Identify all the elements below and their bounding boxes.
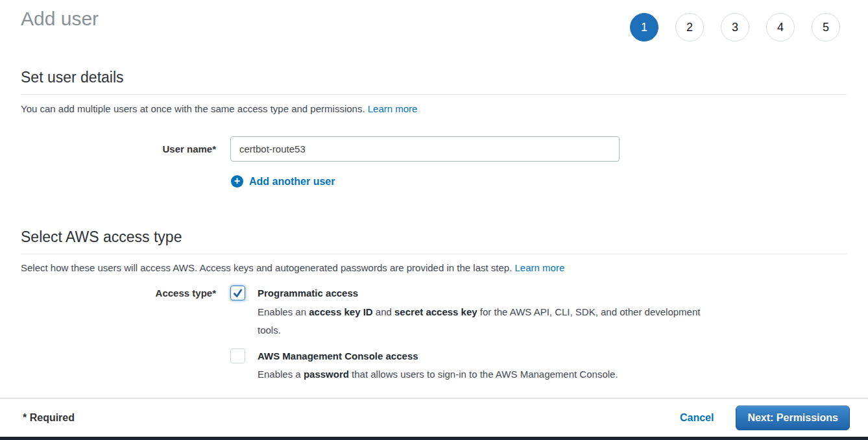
- add-another-user-label: Add another user: [249, 176, 335, 188]
- programmatic-access-title: Programmatic access: [258, 287, 358, 299]
- next-permissions-button[interactable]: Next: Permissions: [736, 406, 850, 430]
- add-user-wizard-page: Add user 1 2 3 4 5 Set user details You …: [0, 0, 868, 440]
- step-2-badge: 2: [675, 13, 704, 42]
- console-access-description: Enables a password that allows users to …: [258, 365, 712, 384]
- divider: [21, 94, 847, 95]
- console-access-title: AWS Management Console access: [258, 350, 418, 361]
- required-note: * Required: [23, 412, 75, 424]
- step-indicator: 1 2 3 4 5: [630, 13, 840, 42]
- bottom-edge-bar: [0, 437, 868, 440]
- add-another-user-button[interactable]: + Add another user: [231, 175, 335, 188]
- learn-more-link-access-type[interactable]: Learn more: [515, 262, 565, 273]
- programmatic-access-checkbox[interactable]: [230, 286, 245, 300]
- cancel-button[interactable]: Cancel: [680, 412, 714, 424]
- access-type-description: Select how these users will access AWS. …: [21, 262, 564, 273]
- step-1-badge: 1: [630, 13, 658, 42]
- plus-circle-icon: +: [231, 175, 243, 188]
- access-type-description-text: Select how these users will access AWS. …: [21, 262, 515, 273]
- wizard-footer: * Required Cancel Next: Permissions: [0, 398, 868, 437]
- section-heading-access-type: Select AWS access type: [21, 228, 182, 246]
- footer-actions: Cancel Next: Permissions: [680, 406, 850, 430]
- user-name-input[interactable]: [230, 136, 620, 162]
- step-5-badge: 5: [812, 13, 840, 42]
- user-details-description: You can add multiple users at once with …: [21, 103, 417, 114]
- checkmark-icon: [233, 289, 243, 298]
- access-type-label: Access type*: [0, 287, 216, 299]
- page-title: Add user: [21, 8, 99, 30]
- user-name-label: User name*: [0, 143, 216, 154]
- divider: [21, 254, 847, 254]
- programmatic-access-description: Enables an access key ID and secret acce…: [258, 303, 712, 339]
- section-heading-user-details: Set user details: [21, 69, 124, 86]
- step-4-badge: 4: [766, 13, 795, 42]
- user-details-description-text: You can add multiple users at once with …: [21, 103, 368, 114]
- step-3-badge: 3: [721, 13, 749, 42]
- console-access-checkbox[interactable]: [230, 348, 245, 363]
- learn-more-link-user-details[interactable]: Learn more: [368, 103, 418, 114]
